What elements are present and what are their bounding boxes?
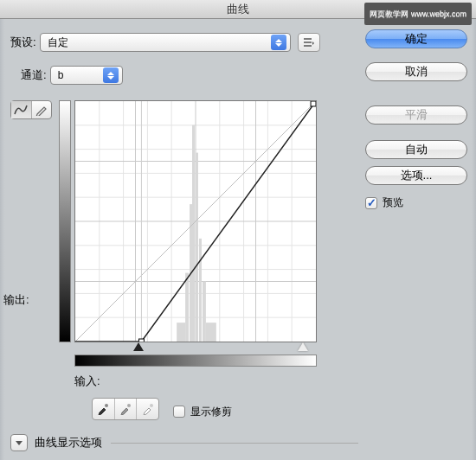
dropdown-arrows-icon: [103, 67, 119, 83]
input-slider[interactable]: [74, 344, 317, 355]
white-point-dropper-icon: [142, 403, 154, 415]
watermark-badge: 网页教学网 www.webjx.com: [364, 3, 472, 25]
svg-rect-29: [206, 323, 216, 342]
eyedropper-group: [92, 398, 159, 420]
pencil-tool-icon: [35, 104, 48, 116]
show-clipping-checkbox[interactable]: 显示修剪: [173, 405, 232, 419]
svg-rect-22: [192, 125, 195, 342]
divider: [111, 443, 358, 444]
black-point-slider[interactable]: [133, 342, 144, 351]
preset-value: 自定: [48, 35, 266, 50]
cancel-button[interactable]: 取消: [365, 62, 467, 81]
gray-point-dropper[interactable]: [115, 399, 138, 419]
preset-label: 预设:: [10, 35, 36, 50]
disclosure-triangle-icon: [15, 438, 23, 447]
window-title: 曲线: [227, 3, 249, 16]
dropdown-arrows-icon: [271, 35, 286, 50]
window-titlebar: 曲线 网页教学网 www.webjx.com: [0, 0, 476, 19]
gray-point-dropper-icon: [119, 403, 132, 415]
output-gradient: [59, 100, 71, 342]
pencil-tool-button[interactable]: [32, 101, 52, 118]
svg-rect-33: [138, 339, 144, 342]
svg-rect-26: [185, 273, 189, 342]
smooth-button: 平滑: [365, 105, 467, 125]
svg-rect-23: [196, 153, 198, 342]
ok-button[interactable]: 确定: [365, 29, 467, 48]
curve-tool-button[interactable]: [11, 101, 32, 118]
white-point-slider[interactable]: [298, 342, 308, 351]
checkbox-icon: [173, 406, 185, 418]
auto-button[interactable]: 自动: [365, 140, 467, 159]
svg-rect-34: [311, 101, 316, 106]
white-point-dropper[interactable]: [137, 399, 158, 419]
curves-graph[interactable]: [74, 100, 317, 342]
curve-tool-icon: [14, 104, 28, 116]
channel-value: b: [58, 69, 98, 81]
preview-checkbox[interactable]: 预览: [365, 195, 467, 210]
svg-rect-25: [199, 239, 202, 342]
menu-icon: [303, 36, 315, 48]
preset-dropdown[interactable]: 自定: [40, 33, 291, 52]
svg-rect-28: [177, 323, 185, 342]
checkbox-icon: [365, 197, 377, 209]
curve-options-disclosure[interactable]: [10, 434, 28, 451]
input-gradient: [74, 355, 317, 367]
svg-point-36: [127, 404, 131, 407]
svg-point-37: [150, 404, 153, 407]
input-label: 输入:: [74, 374, 100, 389]
channel-dropdown[interactable]: b: [50, 66, 123, 85]
preview-label: 预览: [383, 195, 403, 210]
black-point-dropper[interactable]: [93, 399, 115, 419]
tool-buttons-group: [10, 100, 52, 119]
channel-label: 通道:: [21, 67, 47, 83]
output-label: 输出:: [3, 292, 29, 308]
svg-point-35: [105, 404, 108, 407]
preset-menu-button[interactable]: [298, 33, 320, 52]
curve-options-label: 曲线显示选项: [35, 435, 102, 450]
show-clipping-label: 显示修剪: [190, 405, 232, 419]
svg-rect-27: [203, 282, 206, 342]
black-point-dropper-icon: [97, 403, 109, 415]
options-button[interactable]: 选项...: [365, 166, 467, 185]
